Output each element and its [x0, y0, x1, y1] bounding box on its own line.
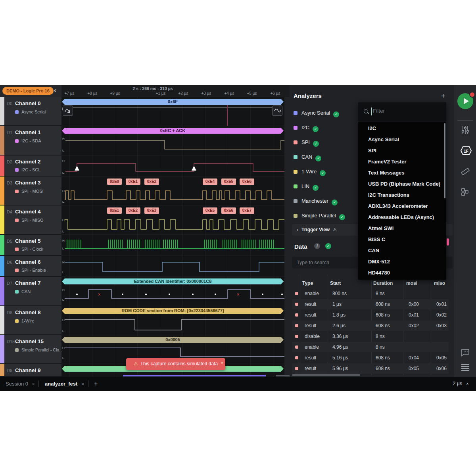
spi-byte-badge[interactable]: 0xE6 — [240, 178, 254, 185]
new-tab-button[interactable]: + — [94, 377, 98, 391]
zoom-level-control[interactable]: 2 µs ∧ — [453, 377, 469, 391]
scroll-indicator[interactable] — [123, 375, 266, 376]
col-header-mosi[interactable]: mosi — [406, 280, 417, 286]
dropdown-item-dmx-512[interactable]: DMX-512 — [358, 256, 446, 267]
channel-row-d5[interactable]: D5. Channel 5 SPI - Clock — [0, 235, 61, 256]
framing-glyph-icon[interactable] — [63, 106, 73, 116]
analyzer-enabled-check-icon[interactable]: ✓ — [339, 214, 345, 220]
analyzer-enabled-check-icon[interactable]: ✓ — [313, 141, 319, 147]
channel-row-d7[interactable]: D7. Channel 7 CAN — [0, 277, 61, 306]
data-table-row[interactable]: result5.16 µs608 ns0x040x05 — [292, 353, 449, 363]
toast-close-icon[interactable]: × — [221, 357, 223, 369]
analyzer-picker-dropdown: Filter I2C Async Serial SPI FrameV2 Test… — [358, 102, 446, 280]
col-header-start[interactable]: Start — [330, 280, 341, 286]
dropdown-item-framev2-tester[interactable]: FrameV2 Tester — [358, 156, 446, 167]
analyzer-item-spi[interactable]: SPI✓ — [294, 138, 319, 147]
analyzer-enabled-check-icon[interactable]: ✓ — [313, 185, 319, 191]
spi-byte-badge[interactable]: 0xE0 — [107, 178, 122, 185]
spi-byte-badge[interactable]: 0xE5 — [203, 207, 217, 214]
main-menu-icon[interactable] — [460, 362, 470, 372]
col-header-duration[interactable]: Duration — [373, 280, 393, 286]
dropdown-item-adxl343[interactable]: ADXL343 Accelerometer — [358, 201, 446, 212]
spi-byte-badge[interactable]: 0xE2 — [126, 207, 140, 214]
chat-feedback-icon[interactable] — [460, 347, 470, 357]
dropdown-item-async-serial[interactable]: Async Serial — [358, 134, 446, 145]
capture-settings-icon[interactable] — [460, 125, 470, 135]
channel-row-d2[interactable]: D2. Channel 2 I2C - SCL — [0, 155, 61, 177]
spi-byte-badge[interactable]: 0xE1 — [107, 207, 122, 214]
spi-byte-badge[interactable]: 0xE1 — [126, 178, 140, 185]
analyzer-item-manchester[interactable]: Manchester✓ — [294, 196, 338, 206]
timeline-ruler[interactable]: 2 s : 366 ms : 310 µs +7 µs +8 µs +9 µs … — [61, 85, 290, 97]
dropdown-item-addressable-leds[interactable]: Addressable LEDs (Async) — [358, 212, 446, 223]
channel-row-d9[interactable]: D9. Channel 9 — [0, 364, 61, 377]
data-table-row[interactable]: disable3.36 µs8 ns — [292, 331, 449, 342]
svg-text:L: L — [62, 356, 64, 360]
dropdown-item-i2c-transactions[interactable]: I2C Transactions — [358, 190, 446, 201]
dropdown-item-spi[interactable]: SPI — [358, 145, 446, 156]
data-table-row[interactable]: enable4.96 µs8 ns — [292, 342, 449, 352]
dropdown-search-field[interactable]: Filter — [358, 102, 446, 121]
demo-device-badge[interactable]: DEMO - Logic Pro 16 — [2, 87, 54, 95]
i2c-frame-bar[interactable]: 0xEC + ACK — [62, 128, 284, 134]
col-header-miso[interactable]: miso — [434, 280, 445, 286]
spi-byte-badge[interactable]: 0xE6 — [221, 207, 236, 214]
analyzer-item-1wire[interactable]: 1-Wire✓ — [294, 167, 326, 177]
trigger-cursor-line[interactable] — [227, 105, 228, 126]
layout-blocks-icon[interactable] — [460, 187, 470, 197]
channel-row-d1[interactable]: D1. Channel 1 I2C - SDA — [0, 126, 61, 155]
channel-row-d6[interactable]: D6. Channel 6 SPI - Enable — [0, 256, 61, 277]
collapse-sidebar-icon[interactable]: ‹ — [54, 86, 56, 94]
info-icon[interactable]: i — [314, 243, 320, 249]
measure-ruler-icon[interactable] — [460, 166, 470, 177]
data-table-row[interactable]: result1.8 µs608 ns0x010x02 — [292, 310, 449, 320]
dropdown-item-i2c[interactable]: I2C — [358, 123, 446, 134]
spi-byte-badge[interactable]: 0xE2 — [144, 178, 159, 185]
spi-byte-badge[interactable]: 0xE5 — [221, 178, 236, 185]
channel-row-d3[interactable]: D3. Channel 3 SPI - MOSI — [0, 177, 61, 205]
can-frame-bar[interactable]: Extended CAN Identifier: 0x000001C8 — [62, 278, 284, 284]
data-table-row[interactable]: result1 µs608 ns0x000x01 — [292, 299, 449, 309]
tab-analyzer-fest[interactable]: analyzer_fest× — [45, 377, 84, 391]
analyzer-enabled-check-icon[interactable]: ✓ — [333, 111, 339, 117]
dropdown-item-can[interactable]: CAN — [358, 245, 446, 256]
tab-close-icon[interactable]: × — [32, 382, 35, 386]
col-header-type[interactable]: Type — [302, 280, 313, 286]
onewire-frame-bar[interactable]: ROM CODE section from ROM: [0x2233445566… — [62, 308, 284, 314]
channel-row-d15[interactable]: D15. Channel 15 Simple Parallel - Clo… — [0, 335, 61, 364]
analyzer-item-can[interactable]: CAN✓ — [294, 152, 321, 162]
analyzer-item-lin[interactable]: LIN✓ — [294, 182, 319, 191]
dropdown-item-text-messages[interactable]: Text Messages — [358, 167, 446, 178]
dropdown-item-hd44780[interactable]: HD44780 — [358, 267, 446, 278]
spi-byte-badge[interactable]: 0xE4 — [203, 178, 217, 185]
parallel-frame-bar[interactable]: 0x0005 — [62, 337, 284, 343]
framing-glyph-icon[interactable] — [272, 106, 282, 116]
dropdown-item-usb-pd[interactable]: USB PD (Biphase Mark Code) — [358, 178, 446, 190]
analyzer-item-async-serial[interactable]: Async Serial✓ — [294, 108, 339, 118]
spi-byte-badge[interactable]: 0xE7 — [240, 207, 254, 214]
spi-byte-badge[interactable]: 0xE3 — [144, 207, 159, 214]
async-frame-bar[interactable]: 0x6F — [62, 99, 284, 105]
dropdown-item-biss-c[interactable]: BiSS C — [358, 234, 446, 245]
channel-row-d0[interactable]: D0. Channel 0 Async Serial — [0, 97, 61, 126]
wave-row-d5: H L — [61, 235, 284, 256]
analyzer-enabled-check-icon[interactable]: ✓ — [315, 155, 321, 161]
analyzer-enabled-check-icon[interactable]: ✓ — [313, 126, 319, 132]
table-hscrollbar[interactable] — [292, 374, 360, 376]
dropdown-scrollbar[interactable] — [444, 123, 445, 198]
analyzer-enabled-check-icon[interactable]: ✓ — [320, 170, 326, 176]
hex-display-icon[interactable]: 1F — [460, 146, 470, 156]
analyzer-item-i2c[interactable]: I2C✓ — [294, 123, 319, 132]
tab-close-icon[interactable]: × — [81, 382, 84, 386]
channel-row-d4[interactable]: D4. Channel 4 SPI - MISO — [0, 205, 61, 235]
waveform-canvas[interactable]: 0x6F 0xEC + ACK H L H L — [61, 97, 284, 377]
analyzer-enabled-check-icon[interactable]: ✓ — [332, 200, 338, 205]
dropdown-item-atmel-swi[interactable]: Atmel SWI — [358, 223, 446, 234]
tab-session-0[interactable]: Session 0× — [6, 377, 35, 391]
channel-row-d8[interactable]: D8. Channel 8 1-Wire — [0, 306, 61, 335]
data-table-row[interactable]: enable800 ns8 ns — [292, 288, 449, 299]
analyzer-item-simple-parallel[interactable]: Simple Parallel✓ — [294, 211, 345, 221]
add-analyzer-button[interactable]: + — [441, 92, 445, 100]
data-table-row[interactable]: result2.6 µs608 ns0x020x03 — [292, 321, 449, 331]
data-table-row[interactable]: result5.96 µs608 ns0x050x06 — [292, 363, 449, 374]
